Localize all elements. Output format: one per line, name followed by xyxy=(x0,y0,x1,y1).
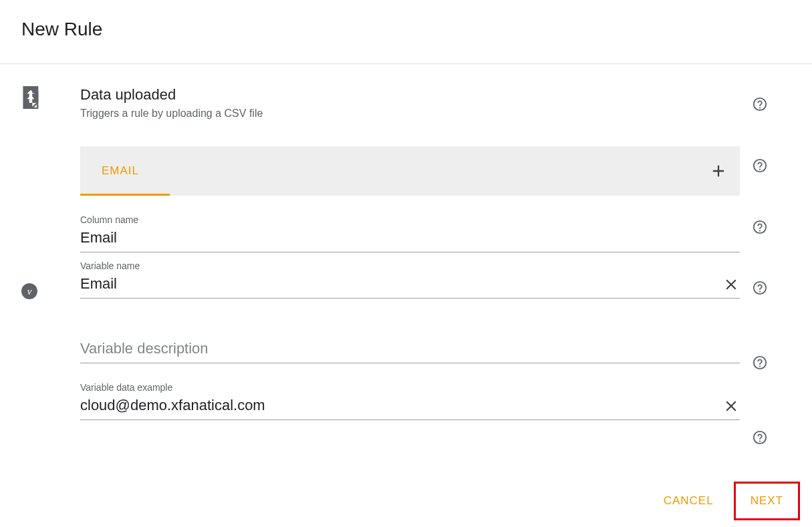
field-variable-description xyxy=(80,336,740,363)
trigger-title: Data uploaded xyxy=(80,86,740,104)
variable-example-input[interactable] xyxy=(80,393,740,420)
variable-name-input[interactable] xyxy=(80,271,740,299)
help-icon[interactable] xyxy=(753,158,767,173)
trigger-subtitle: Triggers a rule by uploading a CSV file xyxy=(80,108,740,120)
variable-icon: v xyxy=(21,283,37,299)
field-variable-name: Variable name xyxy=(80,260,740,299)
tabs-bar: EMAIL xyxy=(80,146,740,196)
dialog-title: New Rule xyxy=(21,19,791,40)
variable-name-label: Variable name xyxy=(80,260,740,271)
scroll-region[interactable]: Data uploaded Triggers a rule by uploadi… xyxy=(0,65,812,475)
help-icon[interactable] xyxy=(753,430,767,445)
cancel-button[interactable]: CANCEL xyxy=(650,488,727,514)
help-icon[interactable] xyxy=(753,97,767,112)
help-icon[interactable] xyxy=(753,355,767,370)
column-name-label: Column name xyxy=(80,214,740,225)
tab-indicator xyxy=(80,194,170,196)
field-variable-example: Variable data example xyxy=(80,382,740,420)
clear-icon[interactable] xyxy=(722,397,740,415)
add-tab-button[interactable] xyxy=(709,162,728,180)
help-icon[interactable] xyxy=(753,220,767,234)
help-icon[interactable] xyxy=(753,281,767,295)
trigger-section: Data uploaded Triggers a rule by uploadi… xyxy=(0,65,812,252)
variable-description-input[interactable] xyxy=(80,336,740,363)
variable-section: v Variable name Variable data example xyxy=(0,252,812,445)
column-name-input[interactable] xyxy=(80,225,740,252)
file-upload-icon xyxy=(21,86,80,109)
clear-icon[interactable] xyxy=(722,276,740,293)
dialog-footer: CANCEL NEXT xyxy=(0,475,812,527)
next-button-highlight: NEXT xyxy=(734,482,800,520)
next-button[interactable]: NEXT xyxy=(737,488,797,514)
dialog-header: New Rule xyxy=(0,0,812,64)
variable-example-label: Variable data example xyxy=(80,382,740,393)
tab-email[interactable]: EMAIL xyxy=(80,146,160,196)
field-column-name: Column name xyxy=(80,214,740,252)
